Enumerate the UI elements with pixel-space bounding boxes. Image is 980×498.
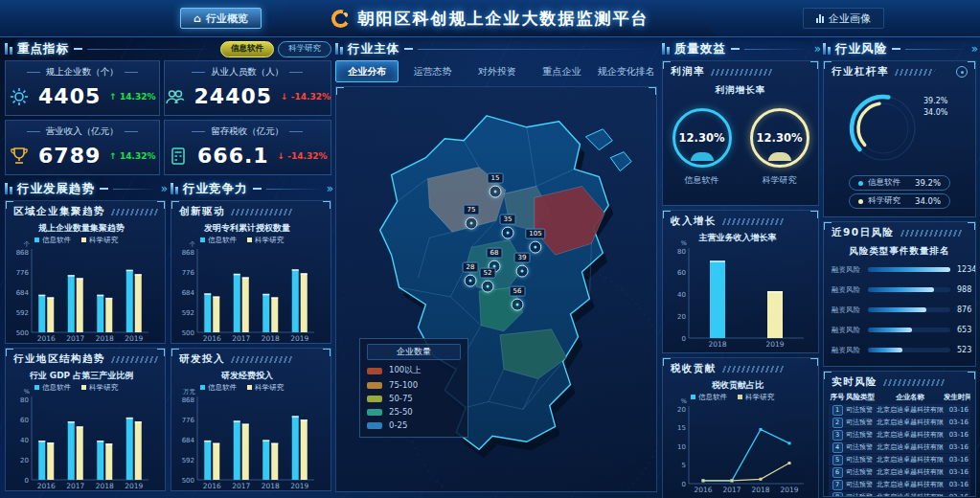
table-cell-risk-type: 司法预警	[846, 405, 877, 415]
legend-swatch	[367, 409, 382, 416]
table-row[interactable]: 6司法预警北京启迪卓越科技有限公司03-16	[829, 466, 970, 478]
title-dash	[731, 48, 740, 50]
map-marker[interactable]: 39	[514, 253, 531, 278]
svg-text:592: 592	[182, 309, 194, 317]
map-marker[interactable]: 56	[510, 286, 526, 311]
map-legend-row: 0-25	[367, 420, 461, 430]
info-icon[interactable]	[956, 66, 968, 78]
map-marker[interactable]: 52	[480, 268, 496, 293]
tab-item[interactable]: 对外投资	[467, 60, 528, 82]
svg-text:868: 868	[182, 396, 194, 404]
stat-card-value: 24405	[194, 86, 273, 107]
competitiveness-title: 行业竞争力	[183, 181, 248, 197]
stat-card-delta: ↑ 14.32%	[109, 151, 155, 161]
table-row[interactable]: 8司法预警北京启迪卓越科技有限公司03-16	[829, 491, 970, 497]
panel-subtitle: 行业杠杆率	[832, 65, 889, 79]
panel-subtitle: 实时风险	[832, 375, 877, 389]
industry-toggle[interactable]: 科学研究	[278, 41, 331, 57]
hatch-decoration	[894, 69, 935, 76]
map-marker[interactable]: 105	[525, 229, 545, 254]
svg-text:868: 868	[16, 249, 29, 257]
expand-chevron-icon[interactable]: »	[971, 43, 976, 55]
tax-share-chart: 税收贡献占比信息软件科学研究05101520%2016201720182019	[663, 375, 818, 498]
svg-text:80: 80	[20, 396, 29, 404]
stat-card: 从业人员数（人）24405↓ -14.32%	[164, 60, 331, 116]
marker-value: 56	[510, 286, 526, 297]
trend-column: 行业发展趋势 » 区域企业集聚趋势 规上企业数量集聚趋势信息软件科学研究5005…	[5, 180, 166, 491]
panel-subtitle: 创新驱动	[179, 205, 225, 218]
profit-gauges: 利润增长率12.30%信息软件12.30%科学研究	[663, 84, 818, 187]
marker-value: 68	[487, 248, 503, 259]
seq-badge: 5	[832, 455, 843, 465]
page-title: 朝阳区科创规上企业大数据监测平台	[358, 8, 650, 30]
svg-text:科学研究: 科学研究	[88, 383, 119, 392]
table-row[interactable]: 7司法预警北京启迪卓越科技有限公司03-16	[829, 479, 970, 490]
map-marker[interactable]: 15	[488, 173, 504, 198]
legend-dot	[858, 181, 863, 186]
svg-text:科学研究: 科学研究	[254, 236, 285, 244]
hatch-decoration	[721, 218, 784, 225]
center-column: 行业主体 企业分布运营态势对外投资重点企业规企变化排名 企业数量 100以上75…	[335, 40, 657, 492]
hatch-decoration	[900, 230, 962, 237]
panel-subtitle: 行业地区结构趋势	[13, 352, 105, 366]
table-header-row: 序号风险类型企业名称发生时间	[829, 392, 970, 403]
leverage-donut-chart: 39.2%34.0%	[824, 79, 975, 172]
marker-value: 35	[500, 215, 516, 225]
nav-industry-overview[interactable]: ⌂ 行业概览	[180, 8, 262, 29]
svg-text:2017: 2017	[66, 482, 84, 490]
panel-gdp-share: 行业地区结构趋势 行业 GDP 占第三产业比例信息软件科学研究020406080…	[5, 348, 166, 491]
table-row[interactable]: 3司法预警北京启迪卓越科技有限公司03-16	[829, 429, 970, 441]
stat-card-value: 4405	[38, 86, 101, 107]
expand-chevron-icon[interactable]: »	[814, 43, 819, 55]
industry-toggle[interactable]: 信息软件	[220, 41, 274, 57]
table-row[interactable]: 5司法预警北京启迪卓越科技有限公司03-16	[829, 454, 970, 465]
table-cell-time: 03-16	[944, 431, 970, 439]
expand-chevron-icon[interactable]: »	[161, 183, 166, 194]
legend-label: 75-100	[389, 380, 418, 390]
marker-value: 15	[488, 173, 504, 184]
map-marker[interactable]: 35	[500, 215, 516, 239]
hatch-decoration	[230, 356, 292, 363]
hatch-decoration	[230, 209, 292, 215]
people-icon	[165, 86, 186, 107]
legend-swatch	[367, 396, 382, 402]
tab-item[interactable]: 企业分布	[335, 60, 399, 82]
table-cell-time: 03-16	[944, 493, 970, 497]
nav-industry-overview-label: 行业概览	[206, 11, 248, 26]
map-marker[interactable]: 28	[463, 262, 479, 287]
svg-text:%: %	[681, 239, 687, 247]
platform-logo-icon	[331, 10, 350, 28]
svg-text:2019: 2019	[125, 334, 143, 343]
legend-name: 信息软件	[868, 177, 900, 189]
tab-item[interactable]: 运营态势	[401, 60, 463, 82]
trend-header: 行业发展趋势 »	[5, 180, 166, 197]
table-cell-risk-type: 司法预警	[846, 480, 877, 489]
svg-text:684: 684	[16, 289, 30, 297]
table-cell-seq: 6	[829, 467, 846, 478]
table-row[interactable]: 4司法预警北京启迪卓越科技有限公司03-16	[829, 441, 970, 453]
legend-swatch	[367, 422, 382, 429]
risk-rank-row: 融资风险653	[832, 320, 968, 340]
nav-enterprise-portrait[interactable]: 企业画像	[803, 8, 884, 29]
svg-text:2018: 2018	[262, 334, 280, 343]
map-legend-row: 100以上	[367, 365, 461, 376]
table-row[interactable]: 2司法预警北京启迪卓越科技有限公司03-16	[829, 417, 970, 428]
stat-card-header: 营业收入（亿元）	[6, 125, 159, 138]
svg-text:主营业务收入增长率: 主营业务收入增长率	[698, 233, 777, 242]
table-header-cell: 企业名称	[877, 393, 944, 402]
risk-rank-value: 653	[957, 326, 971, 334]
income-growth-chart: 主营业务收入增长率020406080%20182019	[663, 228, 818, 353]
panel-risk-rank: 近90日风险 风险类型事件数量排名融资风险1234融资风险988融资风险876融…	[823, 221, 976, 367]
tab-item[interactable]: 规企变化排名	[596, 60, 657, 82]
hatch-decoration	[710, 69, 772, 76]
table-cell-company: 北京启迪卓越科技有限公司	[877, 442, 944, 452]
table-cell-time: 03-16	[944, 406, 970, 414]
tab-item[interactable]: 重点企业	[531, 60, 592, 82]
panel-rnd: 研发投入 研发经费投入信息软件科学研究500592684776868万元2016…	[171, 348, 331, 491]
location-pin-icon	[481, 281, 493, 293]
title-line	[905, 49, 967, 50]
table-row[interactable]: 1司法预警北京启迪卓越科技有限公司03-16	[829, 404, 970, 416]
risk-rank-bar	[868, 307, 926, 312]
map-marker[interactable]: 75	[464, 205, 480, 230]
expand-chevron-icon[interactable]: »	[327, 183, 331, 194]
